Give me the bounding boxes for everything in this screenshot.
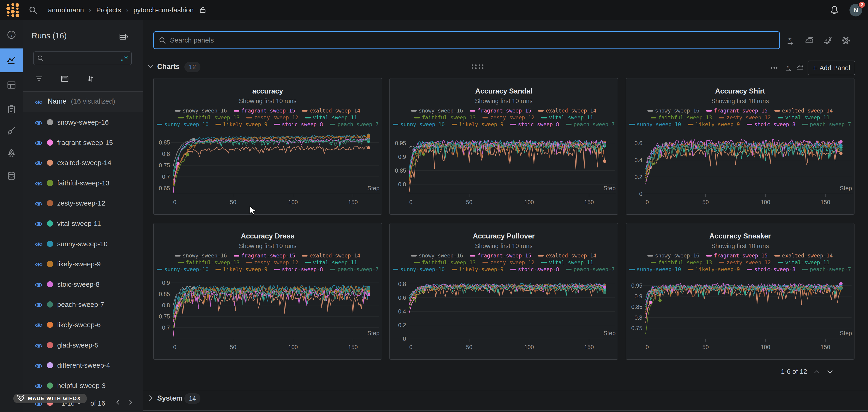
chart-panel[interactable]: Accuracy SandalShowing first 10 runssnow… [390, 78, 618, 215]
run-row[interactable]: glad-sweep-5 [23, 335, 143, 355]
system-section-title[interactable]: System [157, 394, 182, 402]
legend-item[interactable]: sunny-sweep-10 [629, 266, 681, 272]
run-name[interactable]: vital-sweep-11 [57, 220, 101, 227]
legend-item[interactable]: exalted-sweep-14 [538, 108, 596, 114]
visibility-eye-icon[interactable] [35, 241, 42, 247]
legend-item[interactable]: peach-sweep-7 [330, 266, 379, 272]
legend-item[interactable]: stoic-sweep-8 [510, 121, 559, 127]
run-name[interactable]: likely-sweep-9 [57, 260, 101, 268]
legend-item[interactable]: snowy-sweep-16 [175, 253, 227, 259]
run-name[interactable]: peach-sweep-7 [57, 300, 104, 309]
global-search-icon[interactable] [28, 5, 37, 14]
charts-collapse-chevron-icon[interactable] [147, 63, 154, 70]
run-row[interactable]: sunny-sweep-10 [23, 234, 143, 254]
legend-item[interactable]: faithful-sweep-13 [651, 259, 712, 265]
legend-item[interactable]: zesty-sweep-12 [719, 259, 771, 265]
legend-item[interactable]: snowy-sweep-16 [647, 253, 700, 259]
legend-item[interactable]: fragrant-sweep-15 [470, 108, 531, 114]
run-row[interactable]: helpful-sweep-3 [23, 375, 143, 395]
legend-item[interactable]: fragrant-sweep-15 [706, 108, 768, 114]
run-name[interactable]: zesty-sweep-12 [57, 199, 105, 207]
run-row[interactable]: likely-sweep-9 [23, 254, 143, 274]
next-page-icon[interactable] [127, 399, 134, 406]
visibility-eye-icon[interactable] [35, 180, 42, 186]
legend-item[interactable]: likely-sweep-9 [688, 266, 740, 272]
legend-item[interactable]: snowy-sweep-16 [175, 108, 227, 114]
run-row[interactable]: zesty-sweep-12 [23, 193, 143, 213]
run-row[interactable]: peach-sweep-7 [23, 294, 143, 314]
legend-item[interactable]: zesty-sweep-12 [246, 115, 298, 121]
prev-page-icon[interactable] [114, 399, 121, 406]
legend-item[interactable]: likely-sweep-9 [216, 121, 268, 127]
legend-item[interactable]: exalted-sweep-14 [302, 253, 360, 259]
legend-item[interactable]: vital-sweep-11 [778, 115, 830, 121]
legend-item[interactable]: likely-sweep-9 [452, 121, 503, 127]
legend-item[interactable]: sunny-sweep-10 [393, 266, 445, 272]
regex-toggle[interactable]: .* [120, 55, 128, 62]
legend-item[interactable]: zesty-sweep-12 [483, 259, 534, 265]
legend-item[interactable]: sunny-sweep-10 [157, 121, 209, 127]
add-panel-button[interactable]: + Add Panel [808, 61, 855, 75]
outliers-icon[interactable] [823, 36, 833, 45]
chart-panel[interactable]: accuracyShowing first 10 runssnowy-sweep… [153, 78, 382, 215]
run-name[interactable]: snowy-sweep-16 [57, 119, 109, 126]
legend-item[interactable]: fragrant-sweep-15 [470, 253, 531, 259]
visibility-eye-icon[interactable] [35, 362, 42, 368]
visibility-eye-icon[interactable] [35, 139, 42, 146]
legend-item[interactable]: stoic-sweep-8 [747, 121, 796, 127]
nav-sweeps-icon[interactable] [0, 119, 23, 143]
sort-icon[interactable] [86, 74, 95, 83]
group-list-icon[interactable] [60, 74, 69, 83]
legend-item[interactable]: peach-sweep-7 [330, 121, 379, 127]
legend-item[interactable]: exalted-sweep-14 [774, 253, 833, 259]
chart-plot[interactable]: 0.70.750.80.850.9050100150Step [154, 273, 382, 359]
visibility-eye-icon[interactable] [35, 159, 42, 166]
visibility-eye-icon[interactable] [35, 342, 42, 348]
legend-item[interactable]: stoic-sweep-8 [274, 266, 323, 272]
legend-item[interactable]: fragrant-sweep-15 [234, 108, 295, 114]
legend-item[interactable]: vital-sweep-11 [305, 115, 357, 121]
section-drag-handle[interactable] [471, 63, 484, 70]
page-up-chevron-icon[interactable] [813, 368, 820, 375]
breadcrumb-user[interactable]: anmolmann [48, 6, 84, 14]
legend-item[interactable]: zesty-sweep-12 [246, 259, 298, 265]
visibility-eye-icon[interactable] [35, 119, 42, 125]
legend-item[interactable]: faithful-sweep-13 [414, 259, 476, 265]
legend-item[interactable]: stoic-sweep-8 [274, 121, 323, 127]
legend-item[interactable]: exalted-sweep-14 [538, 253, 596, 259]
run-name[interactable]: exalted-sweep-14 [57, 159, 112, 167]
filter-icon[interactable] [35, 74, 43, 83]
run-name[interactable]: helpful-sweep-3 [57, 382, 106, 389]
chart-plot[interactable]: 0.750.80.850.90.95050100150Step [626, 273, 854, 359]
legend-item[interactable]: snowy-sweep-16 [647, 108, 700, 114]
run-name[interactable]: different-sweep-4 [57, 361, 110, 369]
visibility-eye-icon[interactable] [35, 321, 42, 328]
nav-info-icon[interactable]: i [0, 23, 23, 46]
x-axis-settings-icon[interactable]: x [786, 36, 796, 45]
notifications-bell-icon[interactable] [829, 5, 839, 15]
run-row[interactable]: likely-sweep-6 [23, 315, 143, 335]
legend-item[interactable]: vital-sweep-11 [541, 115, 593, 121]
section-x-axis-icon[interactable]: x [785, 64, 793, 72]
runs-search-input[interactable] [46, 55, 118, 62]
legend-item[interactable]: likely-sweep-9 [688, 121, 740, 127]
visibility-eye-icon[interactable] [35, 382, 42, 389]
nav-artifacts-icon[interactable] [0, 164, 23, 188]
run-name[interactable]: sunny-sweep-10 [57, 240, 107, 248]
chart-plot[interactable]: 00.20.40.60.8050100150Step [390, 273, 618, 359]
legend-item[interactable]: faithful-sweep-13 [178, 115, 240, 121]
legend-item[interactable]: stoic-sweep-8 [747, 266, 796, 272]
smoothing-iron-icon[interactable] [804, 36, 814, 45]
legend-item[interactable]: sunny-sweep-10 [393, 121, 445, 127]
chart-panel[interactable]: Accuracy PulloverShowing first 10 runssn… [390, 223, 618, 360]
breadcrumb-projects[interactable]: Projects [96, 6, 121, 14]
legend-item[interactable]: fragrant-sweep-15 [234, 253, 295, 259]
visibility-all-eye-icon[interactable] [35, 99, 42, 105]
legend-item[interactable]: vital-sweep-11 [541, 259, 593, 265]
run-row[interactable]: different-sweep-4 [23, 355, 143, 375]
chart-plot[interactable]: 0.80.850.90.95050100150Step [390, 128, 618, 214]
visibility-eye-icon[interactable] [35, 281, 42, 287]
legend-item[interactable]: faithful-sweep-13 [414, 115, 476, 121]
section-menu-dots-icon[interactable] [770, 64, 779, 72]
nav-launch-icon[interactable] [0, 141, 23, 165]
